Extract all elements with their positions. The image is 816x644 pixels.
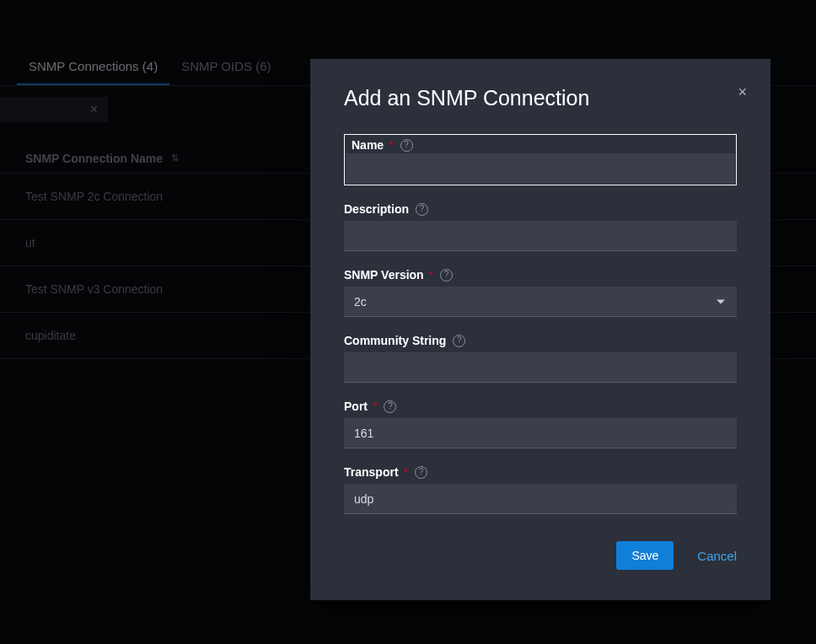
transport-input[interactable]: [344, 484, 737, 514]
field-name: Name * ?: [344, 134, 737, 185]
required-indicator: *: [389, 138, 393, 152]
help-icon[interactable]: ?: [415, 466, 427, 479]
description-input[interactable]: [344, 221, 737, 251]
required-indicator: *: [429, 268, 433, 282]
close-icon[interactable]: ×: [738, 84, 747, 99]
port-label: Port: [344, 400, 368, 413]
community-input[interactable]: [344, 352, 737, 383]
field-snmp-version: SNMP Version * ?: [344, 268, 737, 317]
help-icon[interactable]: ?: [384, 400, 396, 413]
version-label: SNMP Version: [344, 268, 424, 282]
field-description: Description ?: [344, 202, 737, 251]
dialog-title: Add an SNMP Connection: [344, 86, 737, 110]
version-select[interactable]: [344, 287, 737, 317]
help-icon[interactable]: ?: [400, 139, 413, 152]
transport-label: Transport: [344, 465, 399, 479]
name-label: Name: [352, 138, 384, 152]
cancel-button[interactable]: Cancel: [697, 549, 737, 563]
field-port: Port * ?: [344, 400, 737, 448]
help-icon[interactable]: ?: [416, 203, 428, 216]
field-transport: Transport * ?: [344, 465, 737, 514]
dialog-actions: Save Cancel: [344, 541, 737, 570]
save-button[interactable]: Save: [616, 541, 674, 570]
port-input[interactable]: [344, 418, 737, 448]
required-indicator: *: [404, 465, 408, 479]
description-label: Description: [344, 202, 409, 216]
help-icon[interactable]: ?: [453, 335, 465, 347]
required-indicator: *: [373, 400, 377, 413]
community-label: Community String: [344, 334, 446, 347]
field-community-string: Community String ?: [344, 334, 737, 383]
help-icon[interactable]: ?: [440, 269, 453, 282]
add-connection-dialog: Add an SNMP Connection × Name * ? Descri…: [310, 59, 770, 600]
name-input[interactable]: [346, 153, 735, 184]
